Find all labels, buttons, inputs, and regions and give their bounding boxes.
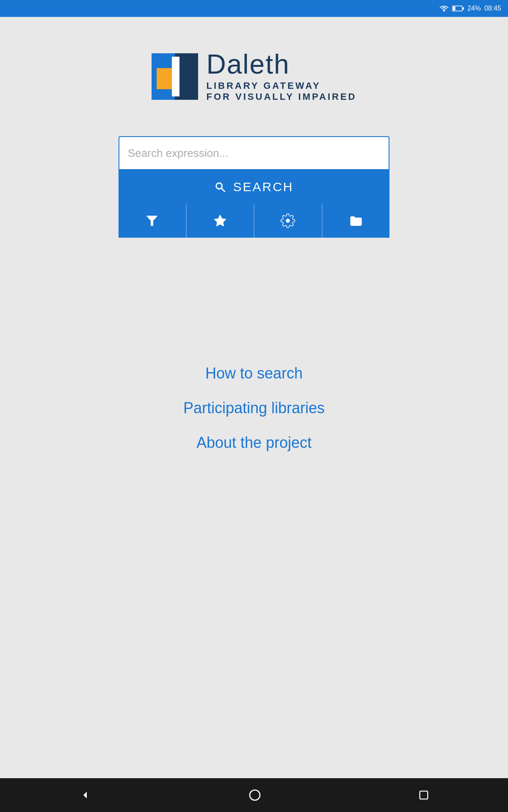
- filter-icon: [144, 213, 160, 228]
- settings-icon: [280, 213, 295, 228]
- home-icon: [248, 788, 262, 802]
- folder-button[interactable]: [323, 204, 390, 238]
- logo-title: Daleth: [207, 51, 357, 78]
- icon-row: [119, 204, 389, 238]
- svg-marker-14: [83, 792, 87, 798]
- status-icons: 24% 08:45: [439, 5, 501, 12]
- search-container: SEARCH: [119, 136, 389, 238]
- svg-line-9: [221, 188, 225, 192]
- recents-icon: [418, 789, 430, 801]
- battery-icon: [452, 5, 464, 12]
- search-input[interactable]: [119, 136, 389, 170]
- about-project-link[interactable]: About the project: [196, 434, 312, 452]
- svg-rect-7: [157, 68, 172, 89]
- filter-button[interactable]: [119, 204, 187, 238]
- logo-subtitle-line1: LIBRARY GATEWAY: [207, 80, 357, 91]
- svg-marker-10: [146, 216, 158, 226]
- participating-libraries-link[interactable]: Participating libraries: [183, 399, 325, 417]
- search-button-label: SEARCH: [233, 180, 293, 194]
- svg-rect-16: [420, 791, 428, 799]
- recents-button[interactable]: [401, 785, 447, 805]
- back-button[interactable]: [61, 784, 109, 806]
- svg-point-13: [286, 219, 290, 223]
- search-button[interactable]: SEARCH: [119, 170, 389, 204]
- settings-button[interactable]: [254, 204, 323, 238]
- svg-rect-6: [172, 57, 179, 96]
- svg-rect-2: [453, 7, 455, 11]
- folder-icon: [348, 213, 364, 228]
- logo-icon: [152, 53, 198, 100]
- clock: 08:45: [484, 5, 501, 12]
- main-content: Daleth LIBRARY GATEWAY FOR VISUALLY IMPA…: [0, 17, 508, 778]
- svg-marker-11: [214, 214, 226, 227]
- svg-point-15: [250, 790, 260, 800]
- logo-text: Daleth LIBRARY GATEWAY FOR VISUALLY IMPA…: [207, 51, 357, 102]
- wifi-icon: [439, 5, 449, 12]
- star-icon: [213, 213, 228, 228]
- home-button[interactable]: [231, 784, 279, 806]
- svg-marker-0: [443, 9, 445, 12]
- links-container: How to search Participating libraries Ab…: [183, 365, 325, 452]
- svg-rect-3: [463, 7, 464, 10]
- battery-percent: 24%: [467, 5, 481, 12]
- logo-subtitle-line2: FOR VISUALLY IMPAIRED: [207, 91, 357, 102]
- logo-container: Daleth LIBRARY GATEWAY FOR VISUALLY IMPA…: [152, 51, 357, 102]
- search-icon: [214, 181, 226, 193]
- favorites-button[interactable]: [187, 204, 255, 238]
- bottom-nav-bar: [0, 778, 508, 812]
- status-bar: 24% 08:45: [0, 0, 508, 17]
- how-to-search-link[interactable]: How to search: [205, 365, 303, 382]
- back-icon: [78, 788, 92, 802]
